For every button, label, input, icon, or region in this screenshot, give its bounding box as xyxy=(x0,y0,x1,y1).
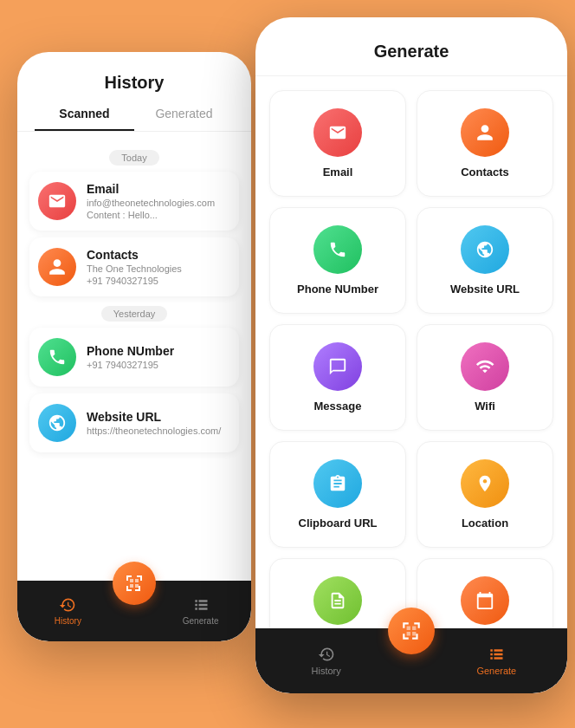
phone-icon xyxy=(38,338,76,376)
gen-website-icon xyxy=(461,225,509,274)
gen-note-icon xyxy=(313,576,362,625)
phone-item-info: Phone NUmber +91 7940327195 xyxy=(87,344,230,370)
gen-location-icon xyxy=(461,459,509,508)
contacts-item-title: Contacts xyxy=(87,248,230,262)
gen-wifi-label: Wifi xyxy=(475,400,495,413)
date-yesterday: Yesterday xyxy=(29,305,239,321)
list-item[interactable]: Email info@theonetechnologies.com Conten… xyxy=(29,172,239,231)
gen-location-label: Location xyxy=(462,517,508,530)
email-item-sub2: Content : Hello... xyxy=(87,210,230,220)
generate-grid: Email Contacts Phone NUmber Website URL xyxy=(255,76,567,628)
nav-generate-left[interactable]: Generate xyxy=(175,596,227,626)
gen-item-contacts[interactable]: Contacts xyxy=(417,90,553,197)
scan-fab-left[interactable] xyxy=(113,562,156,605)
nav-history-right[interactable]: History xyxy=(296,646,357,676)
gen-phone-icon xyxy=(313,225,362,274)
left-header: History xyxy=(17,52,251,93)
website-item-title: Website URL xyxy=(87,410,230,424)
gen-item-website[interactable]: Website URL xyxy=(417,207,553,314)
gen-wifi-icon xyxy=(461,342,509,391)
tabs-row: Scanned Generated xyxy=(17,93,251,132)
email-item-info: Email info@theonetechnologies.com Conten… xyxy=(87,182,230,220)
nav-history-label-left: History xyxy=(55,616,81,626)
gen-item-wifi[interactable]: Wifi xyxy=(417,324,553,431)
website-item-sub1: https://theonetechnologies.com/ xyxy=(87,426,230,436)
gen-item-clipboard[interactable]: Clipboard URL xyxy=(269,441,406,548)
contacts-item-sub2: +91 7940327195 xyxy=(87,276,230,286)
contacts-item-info: Contacts The One Technologies +91 794032… xyxy=(87,248,230,286)
list-item[interactable]: Phone NUmber +91 7940327195 xyxy=(29,328,239,387)
phone-item-title: Phone NUmber xyxy=(87,344,230,358)
phone-item-sub1: +91 7940327195 xyxy=(87,360,230,370)
gen-phone-label: Phone NUmber xyxy=(297,283,378,296)
gen-clipboard-icon xyxy=(313,459,362,508)
nav-history-left[interactable]: History xyxy=(42,596,94,626)
list-item[interactable]: Contacts The One Technologies +91 794032… xyxy=(29,237,239,296)
gen-item-message[interactable]: Message xyxy=(269,324,406,431)
nav-generate-label-left: Generate xyxy=(183,616,219,626)
email-item-sub1: info@theonetechnologies.com xyxy=(87,198,230,208)
date-today: Today xyxy=(29,149,239,165)
tab-generated[interactable]: Generated xyxy=(134,107,234,131)
contacts-icon xyxy=(38,248,76,286)
gen-item-phone[interactable]: Phone NUmber xyxy=(269,207,406,314)
nav-generate-right[interactable]: Generate xyxy=(466,646,527,676)
left-phone: History Scanned Generated Today Email in… xyxy=(17,52,251,641)
scan-fab-right[interactable] xyxy=(388,608,435,654)
gen-message-icon xyxy=(313,342,362,391)
gen-email-label: Email xyxy=(323,166,353,179)
right-header: Generate xyxy=(255,17,567,76)
list-item[interactable]: Website URL https://theonetechnologies.c… xyxy=(29,393,239,452)
gen-item-note[interactable]: Note xyxy=(269,558,406,628)
bottom-nav-right: History Generate xyxy=(255,628,567,693)
left-title: History xyxy=(35,73,234,93)
website-item-info: Website URL https://theonetechnologies.c… xyxy=(87,410,230,436)
nav-generate-label-right: Generate xyxy=(476,666,516,676)
gen-clipboard-label: Clipboard URL xyxy=(299,517,378,530)
history-list: Today Email info@theonetechnologies.com … xyxy=(17,132,251,581)
website-icon xyxy=(38,404,76,442)
gen-website-label: Website URL xyxy=(450,283,520,296)
right-title: Generate xyxy=(273,42,550,62)
gen-item-email[interactable]: Email xyxy=(269,90,406,197)
bottom-nav-left: History Generate xyxy=(17,581,251,641)
gen-item-location[interactable]: Location xyxy=(417,441,553,548)
right-phone: Generate Email Contacts Phone NUmber W xyxy=(255,17,567,693)
gen-event-icon xyxy=(461,576,509,625)
gen-email-icon xyxy=(313,108,362,157)
tab-scanned[interactable]: Scanned xyxy=(35,107,134,131)
gen-item-event[interactable]: Event xyxy=(417,558,553,628)
gen-contacts-icon xyxy=(461,108,509,157)
nav-history-label-right: History xyxy=(312,666,341,676)
email-item-title: Email xyxy=(87,182,230,196)
gen-contacts-label: Contacts xyxy=(461,166,509,179)
contacts-item-sub1: The One Technologies xyxy=(87,263,230,274)
email-icon xyxy=(38,182,76,220)
gen-message-label: Message xyxy=(314,400,362,413)
